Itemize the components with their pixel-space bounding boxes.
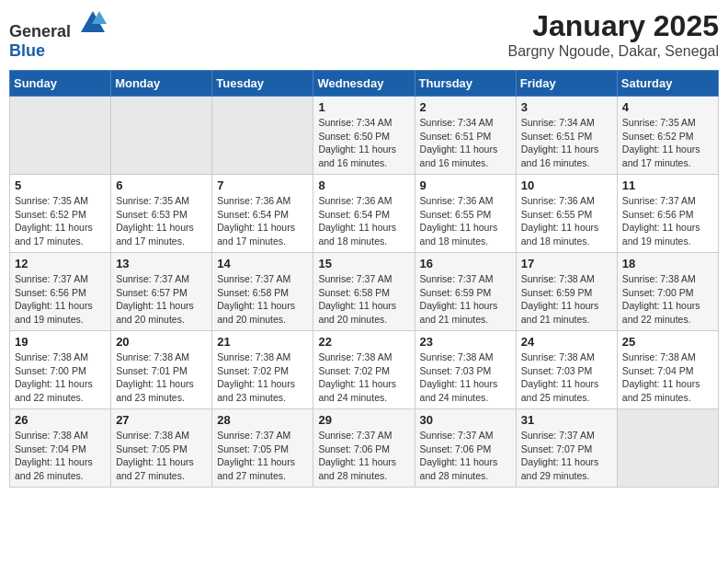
day-number: 20 [116, 335, 207, 349]
logo-icon [79, 9, 107, 37]
calendar-cell: 8Sunrise: 7:36 AM Sunset: 6:54 PM Daylig… [313, 175, 415, 253]
day-info: Sunrise: 7:34 AM Sunset: 6:51 PM Dayligh… [521, 116, 612, 170]
calendar-cell: 2Sunrise: 7:34 AM Sunset: 6:51 PM Daylig… [415, 97, 516, 175]
day-info: Sunrise: 7:37 AM Sunset: 7:06 PM Dayligh… [420, 429, 511, 483]
calendar-cell: 16Sunrise: 7:37 AM Sunset: 6:59 PM Dayli… [415, 253, 516, 331]
day-number: 10 [521, 178, 612, 192]
day-number: 6 [116, 178, 207, 192]
logo-general: General [9, 22, 71, 40]
day-info: Sunrise: 7:36 AM Sunset: 6:55 PM Dayligh… [420, 194, 511, 248]
day-info: Sunrise: 7:37 AM Sunset: 6:56 PM Dayligh… [15, 272, 106, 327]
day-number: 9 [420, 178, 511, 192]
day-number: 15 [318, 257, 409, 270]
weekday-header-thursday: Thursday [415, 71, 516, 97]
month-title: January 2025 [508, 9, 719, 43]
day-info: Sunrise: 7:37 AM Sunset: 6:56 PM Dayligh… [622, 194, 713, 248]
day-number: 30 [420, 413, 511, 427]
day-info: Sunrise: 7:38 AM Sunset: 7:02 PM Dayligh… [217, 350, 308, 405]
calendar-cell: 15Sunrise: 7:37 AM Sunset: 6:58 PM Dayli… [313, 253, 415, 331]
day-number: 7 [217, 178, 308, 192]
day-info: Sunrise: 7:35 AM Sunset: 6:53 PM Dayligh… [116, 194, 207, 248]
calendar-cell: 3Sunrise: 7:34 AM Sunset: 6:51 PM Daylig… [516, 97, 617, 175]
day-number: 17 [521, 257, 612, 270]
calendar-cell: 28Sunrise: 7:37 AM Sunset: 7:05 PM Dayli… [212, 409, 313, 488]
day-info: Sunrise: 7:38 AM Sunset: 7:00 PM Dayligh… [622, 272, 713, 327]
calendar-cell: 4Sunrise: 7:35 AM Sunset: 6:52 PM Daylig… [617, 97, 718, 175]
calendar-cell [111, 97, 212, 175]
logo-blue: Blue [9, 41, 45, 60]
day-info: Sunrise: 7:37 AM Sunset: 6:57 PM Dayligh… [116, 272, 207, 327]
day-number: 28 [217, 413, 308, 427]
day-number: 12 [15, 257, 106, 270]
calendar-week-3: 12Sunrise: 7:37 AM Sunset: 6:56 PM Dayli… [10, 253, 719, 331]
day-number: 2 [420, 100, 511, 114]
day-number: 8 [318, 178, 409, 192]
day-number: 5 [15, 178, 106, 192]
calendar-cell: 12Sunrise: 7:37 AM Sunset: 6:56 PM Dayli… [10, 253, 111, 331]
calendar-cell: 11Sunrise: 7:37 AM Sunset: 6:56 PM Dayli… [617, 175, 718, 253]
calendar-cell: 6Sunrise: 7:35 AM Sunset: 6:53 PM Daylig… [111, 175, 212, 253]
day-info: Sunrise: 7:38 AM Sunset: 7:03 PM Dayligh… [420, 350, 511, 405]
day-info: Sunrise: 7:38 AM Sunset: 7:02 PM Dayligh… [318, 350, 409, 405]
day-number: 11 [622, 178, 713, 192]
day-number: 26 [15, 413, 106, 427]
calendar-cell: 22Sunrise: 7:38 AM Sunset: 7:02 PM Dayli… [313, 331, 415, 409]
calendar-cell: 14Sunrise: 7:37 AM Sunset: 6:58 PM Dayli… [212, 253, 313, 331]
weekday-header-sunday: Sunday [10, 71, 111, 97]
day-info: Sunrise: 7:36 AM Sunset: 6:54 PM Dayligh… [217, 194, 308, 248]
day-info: Sunrise: 7:37 AM Sunset: 7:05 PM Dayligh… [217, 429, 308, 483]
day-info: Sunrise: 7:37 AM Sunset: 6:58 PM Dayligh… [217, 272, 308, 327]
day-info: Sunrise: 7:36 AM Sunset: 6:54 PM Dayligh… [318, 194, 409, 248]
day-info: Sunrise: 7:35 AM Sunset: 6:52 PM Dayligh… [15, 194, 106, 248]
weekday-header-monday: Monday [111, 71, 212, 97]
weekday-header-wednesday: Wednesday [313, 71, 415, 97]
calendar-cell: 31Sunrise: 7:37 AM Sunset: 7:07 PM Dayli… [516, 409, 617, 488]
calendar-cell: 5Sunrise: 7:35 AM Sunset: 6:52 PM Daylig… [10, 175, 111, 253]
calendar-cell: 13Sunrise: 7:37 AM Sunset: 6:57 PM Dayli… [111, 253, 212, 331]
calendar-cell: 17Sunrise: 7:38 AM Sunset: 6:59 PM Dayli… [516, 253, 617, 331]
logo: General Blue [9, 9, 107, 61]
day-info: Sunrise: 7:34 AM Sunset: 6:51 PM Dayligh… [420, 116, 511, 170]
day-info: Sunrise: 7:37 AM Sunset: 7:06 PM Dayligh… [318, 429, 409, 483]
weekday-header-tuesday: Tuesday [212, 71, 313, 97]
calendar-cell [212, 97, 313, 175]
day-info: Sunrise: 7:36 AM Sunset: 6:55 PM Dayligh… [521, 194, 612, 248]
day-number: 18 [622, 257, 713, 270]
calendar-cell: 9Sunrise: 7:36 AM Sunset: 6:55 PM Daylig… [415, 175, 516, 253]
calendar-week-2: 5Sunrise: 7:35 AM Sunset: 6:52 PM Daylig… [10, 175, 719, 253]
title-block: January 2025 Bargny Ngoude, Dakar, Seneg… [508, 9, 719, 60]
day-number: 16 [420, 257, 511, 270]
calendar-cell: 21Sunrise: 7:38 AM Sunset: 7:02 PM Dayli… [212, 331, 313, 409]
day-info: Sunrise: 7:38 AM Sunset: 6:59 PM Dayligh… [521, 272, 612, 327]
calendar-cell: 26Sunrise: 7:38 AM Sunset: 7:04 PM Dayli… [10, 409, 111, 488]
day-info: Sunrise: 7:38 AM Sunset: 7:04 PM Dayligh… [622, 350, 713, 405]
logo-text: General Blue [9, 9, 107, 61]
day-number: 14 [217, 257, 308, 270]
day-info: Sunrise: 7:37 AM Sunset: 6:59 PM Dayligh… [420, 272, 511, 327]
calendar-cell: 1Sunrise: 7:34 AM Sunset: 6:50 PM Daylig… [313, 97, 415, 175]
calendar-week-5: 26Sunrise: 7:38 AM Sunset: 7:04 PM Dayli… [10, 409, 719, 488]
weekday-header-saturday: Saturday [617, 71, 718, 97]
calendar-cell: 20Sunrise: 7:38 AM Sunset: 7:01 PM Dayli… [111, 331, 212, 409]
calendar-cell: 27Sunrise: 7:38 AM Sunset: 7:05 PM Dayli… [111, 409, 212, 488]
weekday-header-row: SundayMondayTuesdayWednesdayThursdayFrid… [10, 71, 719, 97]
calendar-cell: 19Sunrise: 7:38 AM Sunset: 7:00 PM Dayli… [10, 331, 111, 409]
day-info: Sunrise: 7:38 AM Sunset: 7:03 PM Dayligh… [521, 350, 612, 405]
day-info: Sunrise: 7:37 AM Sunset: 7:07 PM Dayligh… [521, 429, 612, 483]
day-number: 1 [318, 100, 409, 114]
day-info: Sunrise: 7:37 AM Sunset: 6:58 PM Dayligh… [318, 272, 409, 327]
calendar-cell [617, 409, 718, 488]
calendar-cell: 18Sunrise: 7:38 AM Sunset: 7:00 PM Dayli… [617, 253, 718, 331]
day-info: Sunrise: 7:34 AM Sunset: 6:50 PM Dayligh… [318, 116, 409, 170]
day-number: 27 [116, 413, 207, 427]
day-info: Sunrise: 7:35 AM Sunset: 6:52 PM Dayligh… [622, 116, 713, 170]
day-number: 3 [521, 100, 612, 114]
day-info: Sunrise: 7:38 AM Sunset: 7:05 PM Dayligh… [116, 429, 207, 483]
day-info: Sunrise: 7:38 AM Sunset: 7:00 PM Dayligh… [15, 350, 106, 405]
location-title: Bargny Ngoude, Dakar, Senegal [508, 43, 719, 60]
day-number: 24 [521, 335, 612, 349]
page-header: General Blue January 2025 Bargny Ngoude,… [9, 9, 719, 61]
calendar-cell: 29Sunrise: 7:37 AM Sunset: 7:06 PM Dayli… [313, 409, 415, 488]
calendar-cell: 23Sunrise: 7:38 AM Sunset: 7:03 PM Dayli… [415, 331, 516, 409]
day-number: 31 [521, 413, 612, 427]
